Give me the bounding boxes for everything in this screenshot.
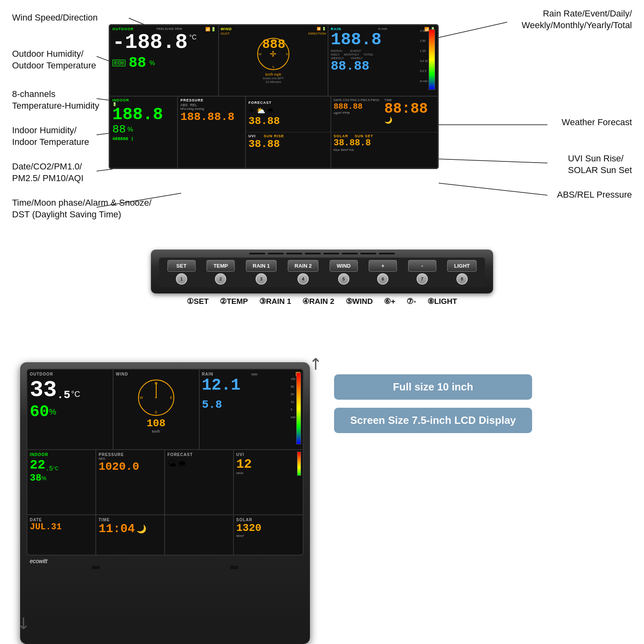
- s-indoor-panel: INDOOR 22 .5 °C 38 %: [27, 450, 96, 514]
- second-lcd-extra: DATE JUL.31 TIME 11:04 🌙: [27, 514, 303, 555]
- second-lcd-frame: ↗ ↙ OUTDOOR 33 .5 °C 60: [20, 362, 310, 644]
- solar-label: SOLAR: [334, 134, 349, 138]
- s-wind-speed: 108: [116, 417, 196, 429]
- vent-4: [305, 253, 321, 254]
- s-fc-icon-rain: 🌧: [178, 458, 187, 469]
- compass-s: S: [272, 65, 274, 69]
- s-pressure-panel: PRESSURE ABS 1020.0: [96, 450, 165, 514]
- gust-label: GUST: [221, 32, 229, 35]
- btn-wind[interactable]: WIND: [330, 260, 358, 272]
- rain-bar-labels: 4 100 2 50 1 25 0.4 10 0.2 5 in mm: [420, 29, 428, 83]
- s-date-value: JUL.31: [30, 522, 93, 532]
- btn-rain1-item: RAIN 1 3: [246, 260, 277, 285]
- annotation-pressure: ABS/REL Pressure: [557, 189, 632, 201]
- middle-section: SET 1 TEMP 2 RAIN 1 3 RAIN 2 4 WIND 5: [0, 250, 644, 354]
- button-device: SET 1 TEMP 2 RAIN 1 3 RAIN 2 4 WIND 5: [151, 250, 493, 293]
- s-rain-label: RAIN: [202, 372, 213, 376]
- info-panels: Full size 10 inch Screen Size 7.5-inch L…: [334, 374, 532, 644]
- svg-line-9: [439, 183, 547, 195]
- s-rain-bar: [296, 373, 301, 444]
- s-solar-unit: W/m²: [236, 534, 300, 538]
- vent-8: [379, 253, 395, 254]
- btn-light-item: LIGHT 8: [447, 260, 477, 285]
- s-date-label: DATE: [30, 518, 93, 522]
- diagonal-arrow-bottom: ↙: [12, 611, 35, 634]
- s-wind-unit: km/h: [116, 429, 196, 433]
- date-value: 888.88: [334, 102, 384, 111]
- outdoor-humidity: 88: [129, 55, 146, 71]
- btn-light[interactable]: LIGHT: [447, 260, 477, 272]
- date-time-solar-panel: DATE CO2 PM1.0 PM2.5 PM10 888.88 ug/m³ P…: [331, 97, 438, 168]
- vent-6: [342, 253, 358, 254]
- second-lcd-screen: OUTDOOR 33 .5 °C 60 % WIND: [27, 369, 303, 555]
- s-empty-panel: [165, 515, 234, 555]
- info-badge-size: Full size 10 inch: [334, 374, 532, 400]
- device-feet: [27, 566, 303, 569]
- outdoor-temp-value: -188.8: [112, 32, 188, 53]
- s-indoor-decimal: .5: [45, 465, 53, 473]
- forecast-icon-cloud: ⛅: [256, 106, 265, 115]
- indoor-hum-value: 88: [112, 123, 126, 136]
- foot-left: [92, 566, 100, 569]
- channel-label: CH: [118, 61, 123, 65]
- date-co2-inner: DATE CO2 PM1.0 PM2.5 PM10 888.88 ug/m³ P…: [334, 98, 384, 130]
- annotation-uvi-sunrise: UVI Sun Rise/ SOLAR Sun Set: [568, 153, 632, 176]
- btn-label-6: ⑥+: [384, 297, 395, 306]
- wind-units: km/h mph: [265, 72, 281, 76]
- btn-label-4: ④RAIN 2: [302, 297, 334, 306]
- main-lcd-display: OUTDOOR FEELSLIKE DEW 📶 🔋 -188.8 °C 8 CH: [109, 24, 439, 169]
- wind-minutes: 10 Minutes: [265, 80, 281, 84]
- btn-plus[interactable]: +: [369, 260, 397, 272]
- btn-circle-6: 6: [377, 273, 388, 285]
- sun-set-label: Sun Set: [355, 134, 373, 138]
- rain-total: TOTAL: [363, 53, 374, 56]
- solar-value: 38.88.8: [334, 138, 435, 148]
- forecast-value: 38.88: [248, 115, 328, 127]
- s-temp-unit: °C: [71, 390, 80, 399]
- rain-value1: 188.8: [331, 31, 423, 48]
- btn-rain2[interactable]: RAIN 2: [288, 260, 319, 272]
- btn-minus[interactable]: -: [408, 260, 436, 272]
- s-outdoor-decimal: .5: [57, 389, 70, 401]
- pressure-value: 188.88.8: [180, 111, 243, 123]
- s-solar-value: 1320: [236, 522, 300, 534]
- main-wrapper: Wind Speed/Direction Rain Rate/Event/Dai…: [0, 0, 644, 644]
- s-uvi-panel: UVI 12 HIGH: [234, 450, 303, 514]
- foot-right: [230, 566, 238, 569]
- bottom-section: ↗ ↙ OUTDOOR 33 .5 °C 60: [0, 354, 644, 644]
- forecast-icon-rain: 🌧: [267, 106, 274, 115]
- btn-circle-3: 3: [256, 273, 267, 285]
- wind-sub-units: knots m/s BFT: [263, 76, 284, 80]
- uvi-subpanel: UVI Sun Rise 38.88: [246, 132, 330, 168]
- second-lcd-top: OUTDOOR 33 .5 °C 60 % WIND: [27, 369, 303, 450]
- btn-circle-1: 1: [176, 273, 187, 285]
- annotation-date-co2: Date/CO2/PM1.0/ PM2.5/ PM10/AQI: [12, 161, 83, 184]
- s-fc-icon-sun: 🌤: [167, 458, 176, 469]
- date-label: DATE CO2 PM1.0 PM2.5 PM10: [334, 98, 384, 102]
- rain-monthly: MONTHLY: [344, 53, 359, 56]
- annotation-weather-forecast: Weather Forecast: [562, 117, 632, 128]
- s-indoor-label: INDOOR: [30, 452, 93, 457]
- btn-rain2-item: RAIN 2 4: [288, 260, 319, 285]
- rain-panel: RAIN in mm 📶 🔋 188.8 RATE/H EVENT DAILY …: [328, 25, 438, 96]
- indoor-display-text: 488888 |: [112, 136, 175, 141]
- s-outdoor-temp: 33: [30, 379, 57, 401]
- s-rain-unit: mm: [251, 372, 257, 376]
- pressure-panel: PRESSURE ABS REL hPa inHg mmHg 188.88.8: [178, 97, 246, 168]
- btn-temp[interactable]: TEMP: [206, 260, 235, 272]
- rain-value2: 88.88: [331, 60, 423, 73]
- btn-temp-item: TEMP 2: [206, 260, 235, 285]
- solar-units: Klux W/m² Kfc: [334, 148, 435, 152]
- s-forecast-panel: FORECAST 🌤 🌧: [165, 450, 234, 514]
- btn-plus-item: + 6: [369, 260, 397, 285]
- btn-minus-item: - 7: [408, 260, 436, 285]
- indoor-label: INDOOR: [112, 98, 175, 102]
- btn-rain1[interactable]: RAIN 1: [246, 260, 277, 272]
- s-hum-pct: %: [49, 407, 56, 417]
- btn-label-2: ②TEMP: [220, 297, 248, 306]
- s-outdoor-hum: 60: [30, 403, 49, 421]
- s-solar-panel: SOLAR 1320 W/m²: [234, 515, 303, 555]
- btn-label-7: ⑦-: [407, 297, 416, 306]
- btn-set[interactable]: SET: [167, 260, 196, 272]
- compass-w: W: [258, 52, 262, 56]
